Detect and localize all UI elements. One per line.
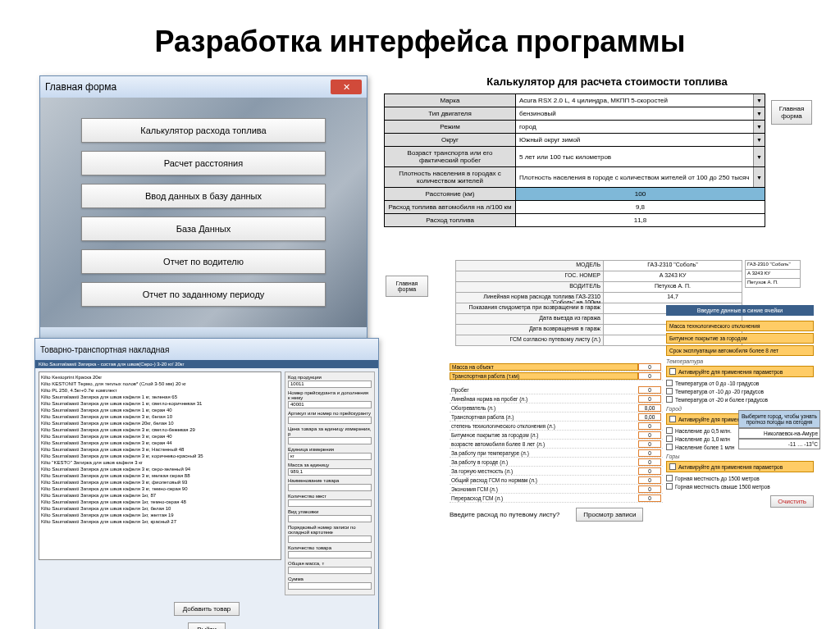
calc-value[interactable]: 5 лет или 100 тыс километров <box>516 147 753 166</box>
city-name[interactable]: Николаевск-на-Амуре <box>738 428 820 439</box>
list-item[interactable]: Kilto Saumalaasti Затирка для швов кафел… <box>41 518 279 525</box>
calc-value[interactable]: Acura RSX 2.0 L, 4 цилиндра, МКПП 5-скор… <box>516 94 753 107</box>
btn-add-product[interactable]: Добавить товар <box>174 602 240 616</box>
vehicle-label: ГОС. НОМЕР <box>456 271 604 281</box>
ws-value[interactable]: 0 <box>638 485 661 493</box>
field-input[interactable] <box>288 437 372 444</box>
field-input[interactable] <box>288 484 372 491</box>
ws-value[interactable]: 0 <box>638 476 661 484</box>
list-item[interactable]: Kilto Saumalaasti Затирка для швов кафел… <box>41 472 279 479</box>
checkbox[interactable] <box>669 368 676 375</box>
list-item[interactable]: Kilto Saumalaasti Затирка для швов кафел… <box>41 420 279 426</box>
calc-value[interactable]: Плотность населения в городе с количеств… <box>516 167 753 187</box>
list-item[interactable]: Kilto PL 250, 4.5кг+0.7кг комплект <box>41 387 279 394</box>
list-item[interactable]: Kilto Saumalaasti Затирка для швов кафел… <box>41 407 279 413</box>
btn-clear[interactable]: Очистить <box>770 495 814 508</box>
ws-value[interactable]: 0 <box>638 372 661 380</box>
invoice-title: Товарно-транспортная накладная <box>40 345 169 354</box>
ws-label: возрасте автомобиля более 8 лет (л.) <box>450 441 638 447</box>
list-item[interactable]: Kilto KESTONIT Tермо, для теплых полов* … <box>41 381 279 387</box>
list-item[interactable]: Kilto Kestoprint Краска 20кг <box>41 374 279 381</box>
checkbox[interactable] <box>666 444 673 450</box>
checkbox[interactable] <box>666 427 673 434</box>
ws-label: Масса на объект <box>450 363 638 371</box>
field-input[interactable]: 10011 <box>288 381 372 388</box>
ws-value[interactable]: 0 <box>638 449 661 457</box>
field-input[interactable] <box>288 417 372 424</box>
ws-value[interactable]: 0 <box>638 495 661 502</box>
btn-view-record[interactable]: Просмотр записи <box>576 508 643 522</box>
ws-value[interactable]: 0 <box>638 458 661 466</box>
list-item[interactable]: Kilto Saumalaasti Затирка для швов кафел… <box>41 413 279 420</box>
rp-orange-item: Срок эксплуатации автомобиля более 8 лет <box>666 345 814 356</box>
list-item[interactable]: Kilto Saumalaasti Затирка для швов кафел… <box>41 466 279 472</box>
ws-value[interactable]: 0 <box>638 386 661 394</box>
list-item[interactable]: Kilto Saumalaasti Затирка для швов кафел… <box>41 394 279 400</box>
btn-fuel-calc[interactable]: Калькулятор расхода топлива <box>81 118 326 143</box>
list-item[interactable]: Kilto "KESTO" Затирка для швов кафеля 3 … <box>41 459 279 466</box>
ws-value[interactable]: 0 <box>638 422 661 430</box>
btn-input-db[interactable]: Ввод данных в базу данных <box>81 184 326 208</box>
calc-value[interactable]: бензиновый <box>516 107 753 120</box>
calc-value[interactable]: город <box>516 121 753 133</box>
field-label: Цена товара за единицу измерения, р <box>288 426 372 436</box>
field-input[interactable]: кг <box>288 453 372 460</box>
invoice-product-list[interactable]: Kilto Kestoprint Краска 20кгKilto KESTON… <box>39 371 281 560</box>
chevron-down-icon[interactable]: ▼ <box>753 167 765 187</box>
checkbox[interactable] <box>666 396 673 403</box>
chevron-down-icon[interactable]: ▼ <box>753 147 765 166</box>
list-item[interactable]: Kilto Saumalaasti Затирка для швов кафел… <box>41 433 279 440</box>
field-input[interactable] <box>288 551 372 558</box>
invoice-tab[interactable]: Kilto Saumalaasti Затирка - состав для ш… <box>35 360 378 368</box>
btn-period-report[interactable]: Отчет по заданному периоду <box>81 282 326 307</box>
calc-value[interactable]: Южный округ зимой <box>516 134 753 146</box>
list-item[interactable]: Kilto Saumalaasti Затирка для швов кафел… <box>41 479 279 485</box>
chevron-down-icon[interactable]: ▼ <box>753 121 765 133</box>
list-item[interactable]: Kilto Saumalaasti Затирка для швов кафел… <box>41 426 279 433</box>
list-item[interactable]: Kilto Saumalaasti Затирка для швов кафел… <box>41 446 279 453</box>
list-item[interactable]: Kilto Saumalaasti Затирка для швов кафел… <box>41 453 279 459</box>
list-item[interactable]: Kilto Saumalaasti Затирка для швов кафел… <box>41 492 279 499</box>
checkbox[interactable] <box>669 463 676 470</box>
ws-label: Общий расход ГСМ по нормам (л.) <box>450 477 638 483</box>
checkbox[interactable] <box>666 483 673 490</box>
checkbox[interactable] <box>666 388 673 394</box>
list-item[interactable]: Kilto Saumalaasti Затирка для швов кафел… <box>41 440 279 446</box>
chevron-down-icon[interactable]: ▼ <box>753 107 765 120</box>
calculator-table: МаркаAcura RSX 2.0 L, 4 цилиндра, МКПП 5… <box>384 93 765 227</box>
close-icon[interactable]: ✕ <box>331 80 362 94</box>
btn-database[interactable]: База Данных <box>81 217 326 241</box>
btn-exit[interactable]: Выйти <box>188 622 226 629</box>
ws-value[interactable]: 0 <box>638 467 661 475</box>
btn-driver-report[interactable]: Отчет по водителю <box>81 249 326 274</box>
field-input[interactable] <box>288 536 372 543</box>
btn-main-form-mid[interactable]: Главная форма <box>386 276 428 297</box>
checkbox[interactable] <box>666 435 673 442</box>
chevron-down-icon[interactable]: ▼ <box>753 134 765 146</box>
ws-value[interactable]: 0 <box>638 395 661 403</box>
list-item[interactable]: Kilto Saumalaasti Затирка для швов кафел… <box>41 400 279 407</box>
chevron-down-icon[interactable]: ▼ <box>753 94 765 107</box>
ws-value[interactable]: 0 <box>638 363 661 371</box>
list-item[interactable]: Kilto Saumalaasti Затирка для швов кафел… <box>41 512 279 518</box>
btn-main-form-top[interactable]: Главная форма <box>771 100 812 125</box>
checkbox[interactable] <box>666 475 673 481</box>
ws-value[interactable]: 0 <box>638 431 661 439</box>
ws-value[interactable]: 0,00 <box>638 413 661 421</box>
list-item[interactable]: Kilto Saumalaasti Затирка для швов кафел… <box>41 499 279 505</box>
field-input[interactable] <box>288 515 372 522</box>
field-input[interactable] <box>288 499 372 507</box>
checkbox[interactable] <box>669 416 676 422</box>
btn-distance[interactable]: Расчет расстояния <box>81 151 326 175</box>
list-item[interactable]: Kilto Saumalaasti Затирка для швов кафел… <box>41 505 279 512</box>
field-input[interactable] <box>288 567 372 574</box>
field-label: Единица измерения <box>288 447 372 452</box>
ws-value[interactable]: 0 <box>638 440 661 448</box>
field-input[interactable]: 989,1 <box>288 468 372 476</box>
field-input[interactable]: 40001 <box>288 401 372 408</box>
list-item[interactable]: Kilto Saumalaasti Затирка для швов кафел… <box>41 485 279 492</box>
field-input[interactable] <box>288 582 372 590</box>
checkbox[interactable] <box>666 380 673 386</box>
invoice-field-row: Вид упаковки <box>288 509 372 522</box>
ws-value[interactable]: 8,00 <box>638 404 661 412</box>
